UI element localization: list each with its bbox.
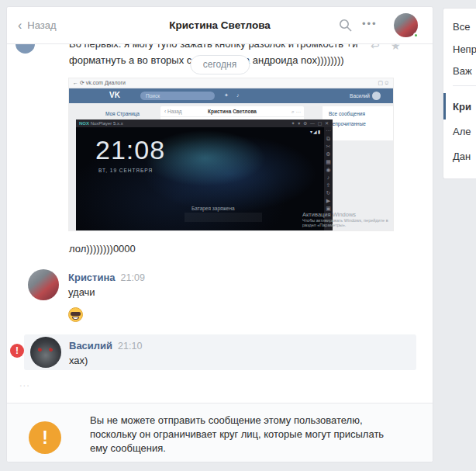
battery-charged-text: Батарея заряжена (191, 206, 235, 211)
faint-dots: ... (19, 377, 30, 389)
avatar-kristina-header[interactable] (394, 13, 418, 37)
sidebar-item-kristina[interactable]: Кри (453, 101, 471, 113)
watermark-line: Активация Windows (302, 212, 391, 218)
music-icon: ♪ (236, 92, 240, 98)
mini-browser-url: vk.com Диалоги (86, 80, 126, 85)
message-time: 21:09 (121, 272, 145, 283)
watermark-line: раздел «Параметры». (302, 223, 391, 227)
message-text-lol: лол))))))))0000 (69, 243, 136, 255)
message-text-kristina: удачи (68, 286, 95, 298)
nox-title-text: NoxPlayer 5.x.x (89, 121, 123, 126)
avatar-vasiliy[interactable] (30, 337, 61, 368)
chat-header: ‹Назад Кристина Светлова ••• (7, 7, 433, 44)
chevron-left-icon: ‹ (18, 19, 22, 32)
restriction-notice: ! Вы не можете отправить сообщение этому… (7, 403, 433, 462)
mini-vk-header: VK Поиск ✦ ♪ Василий (69, 88, 393, 103)
online-indicator (413, 33, 419, 38)
message-header-vasiliy: Василий21:10 (69, 340, 142, 352)
notice-line: ему сообщения. (90, 442, 384, 455)
avatar-clipped[interactable] (16, 44, 35, 54)
sidebar-active-indicator (443, 93, 446, 119)
mini-search-input: Поиск (140, 92, 215, 100)
sidebar-item-alexander[interactable]: Але (453, 126, 471, 137)
message-text-vasiliy: хах) (69, 355, 88, 366)
lock-screen-clock: 21:08 (95, 135, 165, 165)
important-star-icon[interactable]: ★ (391, 44, 401, 52)
send-error-icon[interactable]: ! (10, 344, 24, 358)
mini-right-column: Все сообщения Непрочитанные (323, 106, 393, 140)
sender-name[interactable]: Василий (69, 340, 112, 352)
sidebar-divider (453, 85, 476, 86)
mini-right-item: Непрочитанные (329, 119, 393, 129)
mini-dialog-icons: ⌕ ⋯ (291, 106, 301, 117)
nox-emulator-window: ✦ ▾ ⚙ — ▢ ✕ NOX NoxPlayer 5.x.x ▾◢▮ 21:0… (76, 119, 333, 230)
back-button[interactable]: ‹Назад (18, 19, 57, 33)
mini-user-name: Василий (350, 93, 370, 99)
android-lock-screen: ▾◢▮ 21:08 ВТ, 19 СЕНТЯБРЯ Батарея заряже… (76, 127, 324, 230)
mini-dialog-header: ‹ Назад Кристина Светлова ⌕ ⋯ (160, 106, 304, 117)
nox-window-controls: ✦ ▾ ⚙ — ▢ ✕ (291, 119, 329, 127)
notice-line: поскольку он ограничивает круг лиц, кото… (90, 428, 384, 442)
warning-icon: ! (29, 421, 61, 454)
message-header-kristina: Кристина21:09 (68, 272, 145, 283)
mini-browser-nav-icons: ← ⟳ (73, 80, 85, 85)
message-time: 21:10 (118, 341, 142, 352)
sidebar-item-important[interactable]: Важ (453, 65, 472, 77)
mini-user-avatar (372, 92, 381, 100)
lock-screen-date: ВТ, 19 СЕНТЯБРЯ (98, 168, 153, 173)
vk-logo: VK (109, 91, 120, 99)
mini-right-item: Все сообщения (329, 109, 393, 119)
attachment-image[interactable]: ← ⟳ ▢ ✩ vk.com Диалоги VK Поиск ✦ ♪ Васи… (69, 78, 393, 230)
search-icon[interactable] (339, 19, 352, 32)
back-label: Назад (27, 19, 56, 31)
chat-panel: ‹Назад Кристина Светлова ••• Во первых: … (6, 6, 433, 462)
mini-browser-bar: ← ⟳ ▢ ✩ vk.com Диалоги (69, 78, 393, 88)
sidebar-item-all[interactable]: Все (453, 21, 470, 33)
notice-line: Вы не можете отправить сообщение этому п… (90, 414, 384, 428)
page-title: Кристина Светлова (100, 19, 340, 31)
sidebar-item-unread[interactable]: Непр (453, 43, 476, 55)
mini-menu-item: Моя Страница (105, 109, 140, 119)
avatar-kristina[interactable] (28, 269, 59, 300)
more-menu-icon[interactable]: ••• (362, 18, 378, 29)
sidebar-item-danil[interactable]: Дан (453, 151, 471, 162)
emoji-mouth (72, 317, 79, 320)
emoji-glasses (71, 312, 81, 316)
mini-browser-right-icons: ▢ ✩ (378, 78, 389, 88)
windows-activation-watermark: Активация Windows Чтобы активировать Win… (302, 212, 391, 227)
message-text-line2-left: форматнуть а во вторых с (69, 54, 191, 66)
cool-face-sunglasses-emoji-icon (68, 307, 83, 322)
nox-title-bar: ✦ ▾ ⚙ — ▢ ✕ NOX NoxPlayer 5.x.x (76, 119, 333, 127)
date-separator[interactable]: сегодня (190, 55, 250, 74)
lock-screen-notification (185, 213, 262, 222)
message-text-line1: Во первых: я могу тупо зажать кнопку раз… (69, 44, 357, 50)
sender-name[interactable]: Кристина (68, 272, 116, 283)
nox-brand: NOX (79, 121, 89, 126)
dialogs-sidebar: Все Непр Важ Кри Але Дан (443, 8, 476, 179)
notice-text: Вы не можете отправить сообщение этому п… (90, 414, 384, 455)
bell-icon: ✦ (224, 92, 229, 99)
mini-dialog-title: Кристина Светлова (160, 106, 304, 117)
message-text-line2-right: а андроида nox)))))))) (244, 54, 344, 66)
reply-icon[interactable]: ↩ (371, 44, 380, 52)
android-status-icons: ▾◢▮ (310, 129, 321, 134)
